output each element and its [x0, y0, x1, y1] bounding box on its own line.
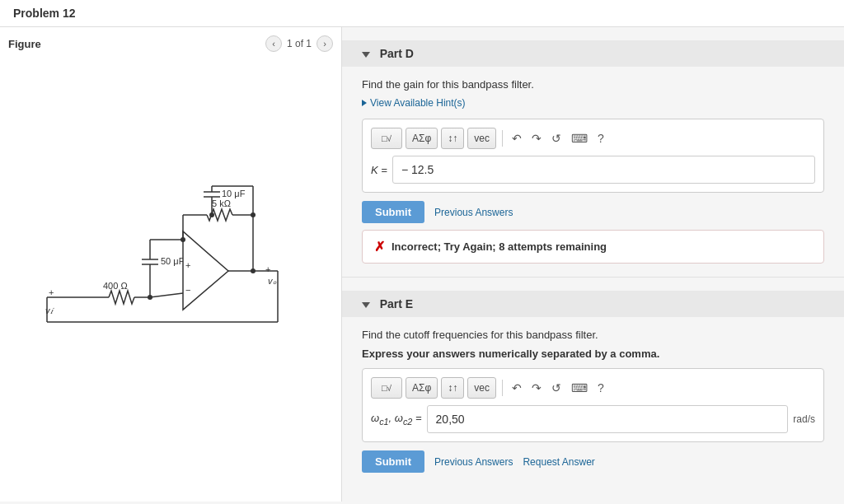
content-panel: Part D Find the gain for this bandpass f…	[342, 27, 844, 502]
svg-text:5 kΩ: 5 kΩ	[212, 198, 231, 208]
sqrt-button-d[interactable]: □√	[371, 128, 402, 149]
part-e-toolbar: □√ ΑΣφ ↕↑ vec ↶ ↷ ↺ ⌨ ?	[371, 377, 815, 399]
format-button-d[interactable]: ↕↑	[441, 128, 464, 149]
svg-text:+: +	[265, 264, 270, 274]
figure-nav: ‹ 1 of 1 ›	[265, 35, 333, 52]
redo-button-e[interactable]: ↷	[528, 380, 545, 396]
part-d-answer-box: □√ ΑΣφ ↕↑ vec ↶ ↷ ↺ ⌨ ? K =	[362, 119, 824, 193]
reset-button-d[interactable]: ↺	[548, 130, 565, 147]
hint-triangle-icon	[362, 100, 367, 106]
format-button-e[interactable]: ↕↑	[441, 377, 464, 399]
part-d-section: Part D Find the gain for this bandpass f…	[342, 27, 844, 277]
circuit-diagram: .cline { stroke: #333; stroke-width: 1.5…	[8, 60, 333, 469]
svg-point-26	[181, 237, 185, 242]
part-e-section: Part E Find the cutoff frequencies for t…	[342, 278, 844, 486]
help-button-e[interactable]: ?	[594, 380, 607, 396]
help-button-d[interactable]: ?	[594, 130, 607, 147]
page-title: Problem 12	[13, 7, 75, 20]
keyboard-button-d[interactable]: ⌨	[568, 130, 591, 147]
svg-text:10 μF: 10 μF	[222, 189, 246, 198]
request-answer-link[interactable]: Request Answer	[523, 456, 594, 468]
svg-text:−: −	[185, 285, 190, 295]
part-e-prev-answers-link[interactable]: Previous Answers	[434, 456, 513, 468]
svg-marker-14	[183, 231, 228, 310]
part-e-unit-label: rad/s	[793, 413, 815, 425]
part-d-collapse-icon[interactable]	[362, 52, 370, 58]
svg-text:vₒ: vₒ	[268, 276, 277, 286]
toolbar-separator-e	[502, 380, 503, 396]
symbols-button-d[interactable]: ΑΣφ	[406, 128, 438, 149]
svg-point-35	[209, 212, 214, 217]
vec-button-d[interactable]: vec	[467, 128, 496, 149]
part-d-prev-answers-link[interactable]: Previous Answers	[434, 207, 513, 218]
part-e-submit-button[interactable]: Submit	[362, 450, 424, 473]
svg-text:+: +	[185, 260, 190, 270]
part-e-input-label: ωc1, ωc2 =	[371, 412, 422, 427]
part-e-label: Part E	[380, 297, 413, 310]
part-d-answer-input[interactable]	[392, 156, 815, 184]
keyboard-button-e[interactable]: ⌨	[568, 380, 591, 396]
figure-page-indicator: 1 of 1	[287, 38, 312, 49]
part-e-answer-input[interactable]	[427, 405, 789, 433]
part-d-header: Part D	[342, 40, 844, 67]
part-d-toolbar: □√ ΑΣφ ↕↑ vec ↶ ↷ ↺ ⌨ ?	[371, 128, 815, 149]
part-d-input-row: K =	[371, 156, 815, 184]
part-e-collapse-icon[interactable]	[362, 302, 370, 308]
figure-panel: Figure ‹ 1 of 1 › .cline { stroke: #333;…	[0, 27, 342, 502]
svg-point-34	[251, 212, 256, 217]
part-d-error-box: ✗ Incorrect; Try Again; 8 attempts remai…	[362, 230, 824, 264]
svg-line-13	[150, 293, 183, 297]
prev-figure-button[interactable]: ‹	[265, 35, 282, 52]
sqrt-button-e[interactable]: □√	[371, 377, 402, 399]
redo-button-d[interactable]: ↷	[528, 130, 545, 147]
svg-text:50 μF: 50 μF	[161, 256, 185, 266]
vec-button-e[interactable]: vec	[467, 377, 496, 399]
figure-header: Figure ‹ 1 of 1 ›	[8, 35, 333, 52]
part-e-description: Find the cutoff frequencies for this ban…	[362, 329, 824, 341]
part-e-header: Part E	[342, 291, 844, 317]
circuit-svg: .cline { stroke: #333; stroke-width: 1.5…	[30, 182, 311, 347]
toolbar-separator-d	[502, 130, 503, 147]
svg-text:400 Ω: 400 Ω	[103, 281, 128, 291]
part-e-answer-box: □√ ΑΣφ ↕↑ vec ↶ ↷ ↺ ⌨ ? ωc1, ωc2 =	[362, 368, 824, 442]
page-header: Problem 12	[0, 0, 844, 27]
part-d-action-row: Submit Previous Answers	[362, 201, 824, 223]
error-icon-d: ✗	[374, 239, 385, 254]
next-figure-button[interactable]: ›	[316, 35, 333, 52]
part-d-input-label: K =	[371, 164, 387, 176]
svg-text:+: +	[49, 287, 54, 297]
symbols-button-e[interactable]: ΑΣφ	[406, 377, 438, 399]
undo-button-d[interactable]: ↶	[509, 130, 525, 147]
part-d-description: Find the gain for this bandpass filter.	[362, 78, 824, 91]
part-d-submit-button[interactable]: Submit	[362, 201, 424, 223]
figure-label: Figure	[8, 38, 41, 50]
reset-button-e[interactable]: ↺	[548, 380, 565, 396]
part-d-label: Part D	[380, 47, 414, 60]
hint-link-d[interactable]: View Available Hint(s)	[362, 97, 824, 109]
part-d-error-message: Incorrect; Try Again; 8 attempts remaini…	[392, 240, 607, 253]
undo-button-e[interactable]: ↶	[509, 380, 525, 396]
part-e-action-row: Submit Previous Answers Request Answer	[362, 450, 824, 473]
hint-link-text: View Available Hint(s)	[370, 97, 466, 109]
part-e-input-row: ωc1, ωc2 = rad/s	[371, 405, 815, 433]
express-note: Express your answers numerically separat…	[362, 348, 824, 360]
